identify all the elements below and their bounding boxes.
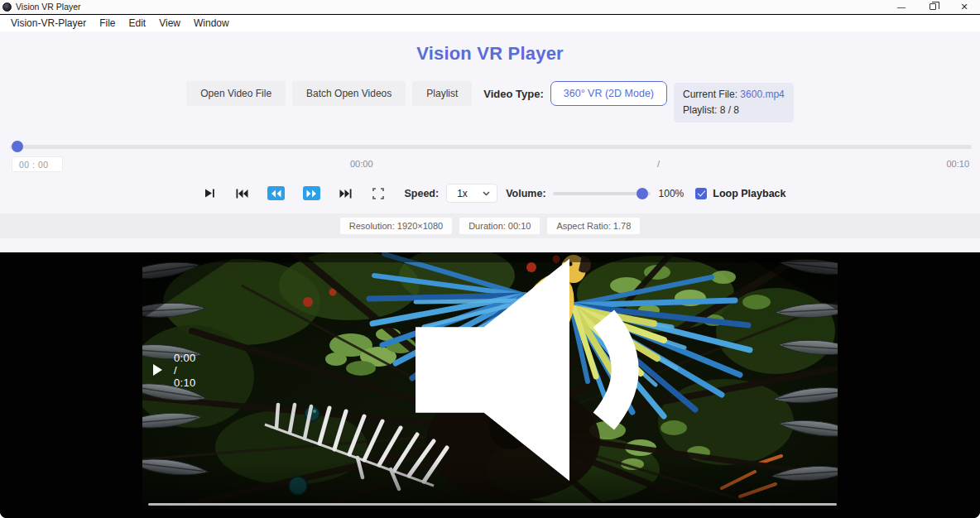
volume-label: Volume: — [506, 188, 545, 199]
resolution-badge: Resolution: 1920×1080 — [340, 218, 452, 234]
seek-thumb[interactable] — [12, 141, 23, 152]
current-file-label: Current File: — [683, 89, 740, 100]
file-info-box: Current File: 3600.mp4 Playlist: 8 / 8 — [674, 83, 794, 122]
video-zone: 0:00 / 0:10 — [0, 252, 980, 518]
speed-dropdown[interactable]: 1x — [446, 184, 497, 203]
rewind-button[interactable] — [267, 186, 285, 200]
skip-next-icon — [339, 189, 352, 199]
maximize-button[interactable] — [917, 0, 949, 14]
menu-view[interactable]: View — [152, 17, 187, 30]
current-file-line: Current File: 3600.mp4 — [683, 87, 785, 103]
volume-slider[interactable] — [553, 188, 651, 199]
player-progress-bar[interactable] — [148, 503, 837, 506]
control-panel: Vision VR Player Open Video File Batch O… — [0, 31, 980, 252]
titlebar-left: Vision VR Player — [0, 2, 81, 12]
playlist-button[interactable]: Playlist — [412, 81, 472, 106]
time-row: 00:00 / 00:10 — [0, 156, 980, 173]
current-file-value: 3600.mp4 — [740, 89, 784, 100]
restore-icon — [930, 3, 936, 10]
titlebar: Vision VR Player — ✕ — [0, 0, 980, 14]
fast-forward-button[interactable] — [303, 186, 320, 200]
page-title: Vision VR Player — [0, 43, 980, 65]
app-logo-icon — [2, 2, 12, 12]
minimize-button[interactable]: — — [886, 0, 917, 14]
close-button[interactable]: ✕ — [949, 0, 980, 14]
player-right-controls — [196, 252, 838, 498]
seek-track[interactable] — [10, 145, 972, 149]
fast-forward-icon — [306, 189, 317, 198]
app-window: Vision VR Player — ✕ Vision-VR-Player Fi… — [0, 0, 980, 518]
minimize-icon: — — [897, 2, 906, 12]
video-type-mode-button[interactable]: 360° VR (2D Mode) — [550, 81, 667, 106]
playback-controls: Speed: 1x Volume: 100% Loop Playback — [0, 184, 980, 203]
video-frame[interactable]: 0:00 / 0:10 — [142, 252, 838, 509]
video-info-band: Resolution: 1920×1080 Duration: 00:10 As… — [0, 213, 980, 238]
volume-track[interactable] — [553, 192, 651, 195]
chevron-down-icon — [483, 191, 490, 196]
toolbar: Open Video File Batch Open Videos Playli… — [0, 81, 980, 122]
player-time-display: 0:00 / 0:10 — [174, 352, 196, 389]
embedded-player-controls: 0:00 / 0:10 — [142, 252, 838, 498]
play-skip-icon — [204, 188, 215, 199]
time-separator: / — [657, 159, 660, 169]
player-volume-icon[interactable] — [196, 252, 838, 498]
speed-value: 1x — [457, 188, 468, 199]
playlist-status-value: 8 / 8 — [720, 104, 739, 116]
menubar: Vision-VR-Player File Edit View Window — [0, 15, 980, 31]
aspect-ratio-badge: Aspect Ratio: 1.78 — [547, 218, 640, 234]
menu-edit[interactable]: Edit — [122, 17, 153, 30]
volume-value: 100% — [659, 188, 685, 199]
duration-badge: Duration: 00:10 — [459, 218, 540, 234]
play-button[interactable] — [204, 187, 216, 199]
current-time-label: 00:00 — [350, 159, 373, 169]
fullscreen-icon — [372, 188, 384, 199]
volume-thumb[interactable] — [637, 188, 648, 199]
loop-playback-checkbox[interactable] — [695, 188, 707, 199]
loop-playback-label: Loop Playback — [713, 188, 785, 199]
next-file-button[interactable] — [339, 187, 352, 199]
batch-open-videos-button[interactable]: Batch Open Videos — [292, 81, 406, 106]
fast-rewind-icon — [271, 189, 281, 198]
window-title: Vision VR Player — [16, 2, 81, 12]
player-play-icon[interactable] — [153, 364, 162, 376]
menu-window[interactable]: Window — [187, 17, 236, 30]
menu-file[interactable]: File — [93, 17, 122, 30]
close-icon: ✕ — [960, 2, 968, 12]
total-time-label: 00:10 — [946, 159, 969, 169]
playlist-status-label: Playlist: — [683, 104, 720, 116]
seek-slider[interactable] — [10, 141, 972, 152]
window-controls: — ✕ — [886, 0, 980, 13]
playlist-status-line: Playlist: 8 / 8 — [683, 103, 785, 118]
menu-vision-vr-player[interactable]: Vision-VR-Player — [4, 17, 93, 30]
time-input[interactable] — [12, 156, 63, 172]
video-type-label: Video Type: — [483, 81, 543, 108]
fullscreen-button[interactable] — [372, 187, 384, 199]
speed-label: Speed: — [404, 188, 439, 199]
open-video-file-button[interactable]: Open Video File — [186, 81, 286, 106]
previous-file-button[interactable] — [236, 187, 248, 199]
skip-previous-icon — [236, 189, 248, 199]
